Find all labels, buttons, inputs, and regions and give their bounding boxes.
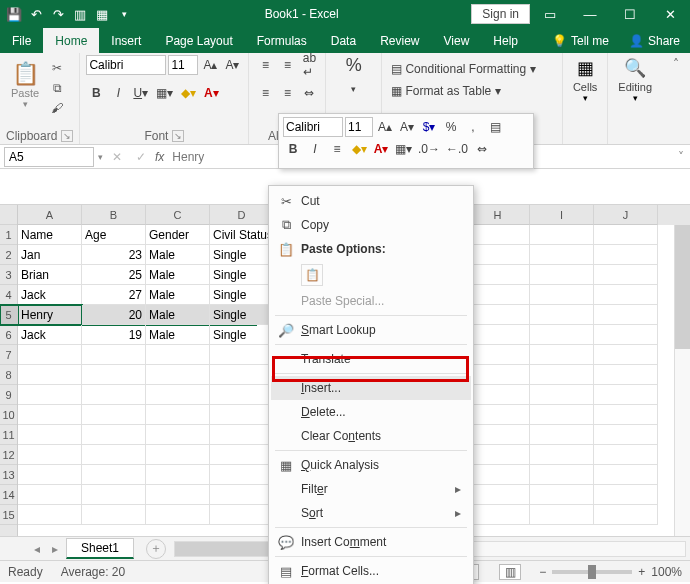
- row-header[interactable]: 15: [0, 505, 17, 525]
- row-header[interactable]: 8: [0, 365, 17, 385]
- align-center-icon[interactable]: ≡: [277, 83, 297, 103]
- cell[interactable]: [210, 505, 274, 525]
- cell[interactable]: 19: [82, 325, 146, 345]
- col-header[interactable]: D: [210, 205, 274, 225]
- zoom-value[interactable]: 100%: [651, 565, 682, 579]
- font-size-select[interactable]: [168, 55, 198, 75]
- cell[interactable]: [146, 365, 210, 385]
- mini-percent-icon[interactable]: %: [441, 117, 461, 137]
- align-top-icon[interactable]: ≡: [255, 55, 275, 75]
- namebox-dropdown-icon[interactable]: ▾: [98, 152, 103, 162]
- cell[interactable]: [18, 405, 82, 425]
- mini-bold-icon[interactable]: B: [283, 139, 303, 159]
- save-icon[interactable]: 💾: [6, 6, 22, 22]
- cell[interactable]: Name: [18, 225, 82, 245]
- qat-icon-1[interactable]: ▥: [72, 6, 88, 22]
- select-all-cell[interactable]: [0, 205, 17, 225]
- row-header[interactable]: 11: [0, 425, 17, 445]
- cell[interactable]: [466, 305, 530, 325]
- row-header[interactable]: 5: [0, 305, 17, 325]
- col-header[interactable]: J: [594, 205, 658, 225]
- cell[interactable]: [594, 405, 658, 425]
- minimize-icon[interactable]: —: [570, 0, 610, 28]
- cell[interactable]: [146, 485, 210, 505]
- cell[interactable]: [210, 465, 274, 485]
- cell[interactable]: [466, 405, 530, 425]
- menu-filter[interactable]: Filter▸: [271, 477, 471, 501]
- cell[interactable]: [466, 285, 530, 305]
- cell[interactable]: [18, 425, 82, 445]
- cell[interactable]: [146, 405, 210, 425]
- share-button[interactable]: 👤Share: [619, 28, 690, 53]
- cell[interactable]: [530, 265, 594, 285]
- cell[interactable]: [18, 485, 82, 505]
- tab-view[interactable]: View: [432, 28, 482, 53]
- mini-increase-decimal-icon[interactable]: ←.0: [444, 139, 470, 159]
- menu-format-cells[interactable]: ▤Format Cells...: [271, 559, 471, 583]
- cell[interactable]: [594, 485, 658, 505]
- mini-accounting-icon[interactable]: $▾: [419, 117, 439, 137]
- font-name-select[interactable]: [86, 55, 166, 75]
- zoom-control[interactable]: − + 100%: [539, 565, 682, 579]
- cell[interactable]: [530, 465, 594, 485]
- paste-option-icon[interactable]: 📋: [301, 264, 323, 286]
- redo-icon[interactable]: ↷: [50, 6, 66, 22]
- mini-merge-icon[interactable]: ⇔: [472, 139, 492, 159]
- cell[interactable]: [146, 465, 210, 485]
- cell[interactable]: [594, 445, 658, 465]
- cell[interactable]: [210, 425, 274, 445]
- cell[interactable]: 27: [82, 285, 146, 305]
- cut-icon[interactable]: ✂: [48, 59, 66, 77]
- scrollbar-thumb[interactable]: [675, 225, 690, 349]
- cell[interactable]: [82, 485, 146, 505]
- cell[interactable]: [466, 225, 530, 245]
- menu-cut[interactable]: ✂Cut: [271, 189, 471, 213]
- maximize-icon[interactable]: ☐: [610, 0, 650, 28]
- tab-home[interactable]: Home: [43, 28, 99, 53]
- cell[interactable]: Age: [82, 225, 146, 245]
- cell[interactable]: [146, 445, 210, 465]
- fill-color-button[interactable]: ◆▾: [178, 83, 199, 103]
- cell[interactable]: [82, 465, 146, 485]
- cell[interactable]: [530, 225, 594, 245]
- cell[interactable]: [210, 385, 274, 405]
- qat-customize-icon[interactable]: ▾: [116, 6, 132, 22]
- menu-sort[interactable]: Sort▸: [271, 501, 471, 525]
- row-header[interactable]: 2: [0, 245, 17, 265]
- cell[interactable]: [18, 505, 82, 525]
- cell[interactable]: Jack: [18, 285, 82, 305]
- mini-border-icon[interactable]: ▦▾: [393, 139, 414, 159]
- merge-icon[interactable]: ⇔: [299, 83, 319, 103]
- col-header[interactable]: C: [146, 205, 210, 225]
- menu-clear-contents[interactable]: Clear Contents: [271, 424, 471, 448]
- copy-icon[interactable]: ⧉: [48, 79, 66, 97]
- row-header[interactable]: 7: [0, 345, 17, 365]
- increase-font-icon[interactable]: A▴: [200, 55, 220, 75]
- mini-decrease-decimal-icon[interactable]: .0→: [416, 139, 442, 159]
- cell[interactable]: 20: [82, 305, 146, 325]
- sign-in-button[interactable]: Sign in: [471, 4, 530, 24]
- tab-review[interactable]: Review: [368, 28, 431, 53]
- cell[interactable]: [594, 345, 658, 365]
- cell[interactable]: Gender: [146, 225, 210, 245]
- zoom-out-icon[interactable]: −: [539, 565, 546, 579]
- undo-icon[interactable]: ↶: [28, 6, 44, 22]
- cell[interactable]: [594, 225, 658, 245]
- cell[interactable]: Single: [210, 285, 274, 305]
- qat-icon-2[interactable]: ▦: [94, 6, 110, 22]
- mini-fill-icon[interactable]: ◆▾: [349, 139, 369, 159]
- tab-help[interactable]: Help: [481, 28, 530, 53]
- menu-smart-lookup[interactable]: 🔎Smart Lookup: [271, 318, 471, 342]
- cell[interactable]: [594, 305, 658, 325]
- cell[interactable]: [146, 425, 210, 445]
- zoom-slider[interactable]: [552, 570, 632, 574]
- cell[interactable]: [594, 505, 658, 525]
- cell[interactable]: 25: [82, 265, 146, 285]
- cell[interactable]: [594, 245, 658, 265]
- cell[interactable]: [466, 325, 530, 345]
- expand-formula-icon[interactable]: ˅: [672, 150, 690, 164]
- menu-delete[interactable]: Delete...: [271, 400, 471, 424]
- cell[interactable]: [82, 445, 146, 465]
- row-header[interactable]: 14: [0, 485, 17, 505]
- align-left-icon[interactable]: ≡: [255, 83, 275, 103]
